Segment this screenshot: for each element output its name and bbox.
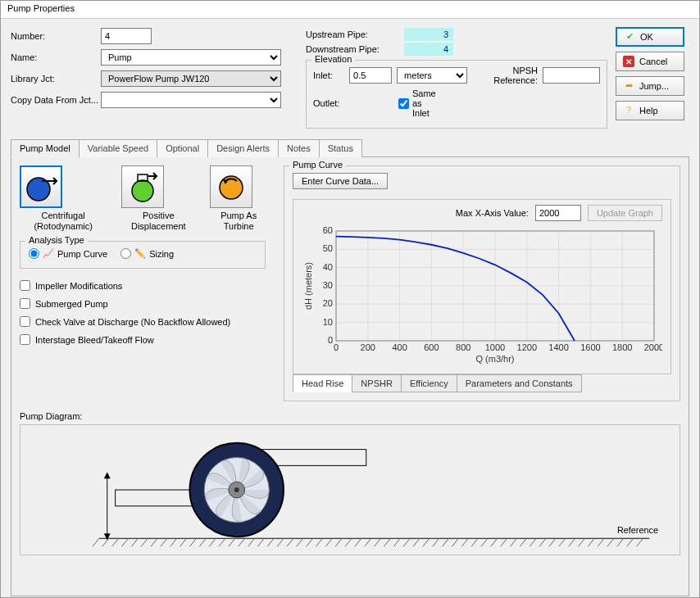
mode-centrifugal[interactable]: Centrifugal (Rotodynamic) [20,165,107,232]
mode-positive[interactable]: Positive Displacement [121,165,195,232]
svg-text:1400: 1400 [548,342,568,352]
curve-icon: 📈 [43,248,54,260]
svg-line-95 [588,538,594,546]
svg-text:1800: 1800 [612,342,632,352]
inlet-units[interactable]: meters [397,67,467,84]
check-submerged[interactable]: Submerged Pump [20,295,266,313]
svg-line-53 [180,538,187,546]
number-input[interactable] [101,28,152,44]
copy-label: Copy Data From Jct... [11,95,101,105]
svg-text:10: 10 [323,317,333,327]
number-label: Number: [11,31,101,41]
check-impeller[interactable]: Impeller Modifications [20,277,266,295]
svg-text:2000: 2000 [644,342,662,352]
svg-text:800: 800 [456,342,470,352]
svg-text:30: 30 [323,280,333,290]
same-as-inlet-check[interactable]: Same as Inlet [398,88,431,118]
outlet-label: Outlet: [313,98,346,108]
svg-line-96 [598,538,604,546]
elevation-group: Elevation Inlet: meters NPSH Reference: … [306,60,607,129]
svg-line-65 [297,538,303,546]
svg-point-3 [220,176,243,199]
positive-icon [125,170,160,204]
svg-line-77 [413,538,420,546]
upstream-value [404,28,453,41]
chart-tab-npshr[interactable]: NPSHR [352,374,402,392]
analysis-type-group: Analysis Type 📈Pump Curve ✏️Sizing [20,241,266,269]
svg-line-64 [287,538,293,546]
same-as-inlet-checkbox[interactable] [398,98,409,109]
update-graph-button[interactable]: Update Graph [588,205,662,221]
library-select[interactable]: PowerFlow Pump JW120 [101,70,281,87]
help-icon: ? [623,105,634,116]
tab-pump-model[interactable]: Pump Model [11,139,80,157]
chart-tab-params[interactable]: Parameters and Constants [457,374,582,392]
tab-design-alerts[interactable]: Design Alerts [207,139,279,157]
svg-line-89 [530,538,536,546]
check-interstage[interactable]: Interstage Bleed/Takeoff Flow [20,331,266,349]
svg-line-99 [627,538,634,546]
svg-text:40: 40 [323,262,333,272]
svg-text:Q (m3/hr): Q (m3/hr) [475,354,514,364]
svg-line-71 [355,538,361,546]
turbine-icon [214,170,248,204]
svg-line-80 [443,538,449,546]
x-icon: ✕ [623,56,634,67]
inlet-input[interactable] [349,67,392,84]
mode-turbine[interactable]: Pump As Turbine [210,165,267,232]
svg-line-61 [257,538,264,546]
pump-curve-chart: 0200400600800100012001400160018002000010… [302,226,662,365]
svg-line-69 [335,538,342,546]
elevation-caption: Elevation [311,54,355,64]
svg-point-1 [132,180,153,202]
svg-line-44 [93,538,99,546]
maxx-label: Max X-Axis Value: [456,208,529,218]
upstream-label: Upstream Pipe: [306,29,404,39]
downstream-label: Downstream Pipe: [306,44,404,54]
jump-icon: ➦ [623,80,634,92]
svg-line-73 [375,538,381,546]
jump-button[interactable]: ➦Jump... [616,76,684,96]
svg-line-92 [559,538,566,546]
svg-line-50 [151,538,157,546]
svg-text:1000: 1000 [485,342,505,352]
check-checkvalve[interactable]: Check Valve at Discharge (No Backflow Al… [20,313,266,331]
tab-notes[interactable]: Notes [278,139,320,157]
svg-line-91 [549,538,556,546]
ok-button[interactable]: ✔OK [616,27,684,47]
svg-text:1600: 1600 [580,342,600,352]
svg-line-46 [112,538,119,546]
copy-select[interactable] [101,92,281,108]
name-label: Name: [11,52,101,62]
tab-optional[interactable]: Optional [157,139,208,157]
svg-text:dH (meters): dH (meters) [303,262,313,310]
tab-status[interactable]: Status [319,139,362,157]
svg-line-74 [384,538,390,546]
svg-line-48 [131,538,138,546]
help-button[interactable]: ?Help [616,101,684,120]
svg-line-76 [403,538,410,546]
svg-line-63 [277,538,284,546]
svg-text:20: 20 [323,299,333,309]
radio-sizing[interactable]: ✏️Sizing [120,248,174,260]
enter-curve-button[interactable]: Enter Curve Data... [293,173,388,189]
library-label: Library Jct: [11,74,101,84]
svg-text:0: 0 [328,335,333,345]
svg-line-94 [578,538,584,546]
tab-variable-speed[interactable]: Variable Speed [79,139,157,157]
maxx-input[interactable] [535,205,581,221]
pencil-icon: ✏️ [134,248,146,260]
svg-line-56 [209,538,216,546]
chart-tab-eff[interactable]: Efficiency [401,374,457,392]
name-select[interactable]: Pump [101,49,281,66]
diagram-label: Pump Diagram: [20,411,680,421]
chart-tab-head[interactable]: Head Rise [293,374,352,392]
cancel-button[interactable]: ✕Cancel [616,52,684,71]
svg-line-58 [229,538,235,546]
svg-line-70 [345,538,352,546]
svg-line-60 [248,538,255,546]
svg-text:0: 0 [334,342,339,352]
radio-pump-curve[interactable]: 📈Pump Curve [29,248,107,260]
svg-line-87 [511,538,517,546]
svg-line-93 [569,538,575,546]
